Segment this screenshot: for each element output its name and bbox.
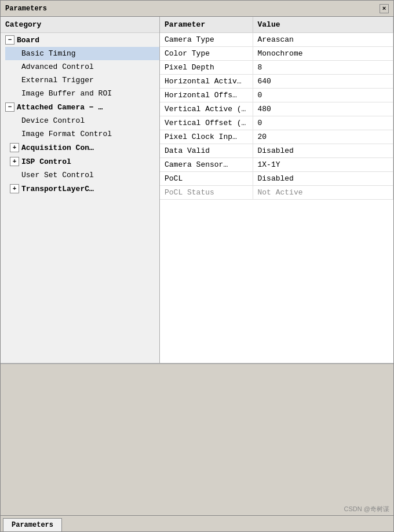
- tree-item-transport-layer[interactable]: +TransportLayerC…: [5, 182, 159, 196]
- value-cell: Areascan: [253, 33, 393, 47]
- param-cell: PoCL Status: [160, 186, 253, 200]
- param-cell: Horizontal Offs…: [160, 89, 253, 102]
- main-content: Category −BoardBasic TimingAdvanced Cont…: [1, 17, 393, 515]
- param-cell: Horizontal Activ…: [160, 75, 253, 89]
- value-cell: Not Active: [253, 186, 393, 200]
- tree-item-attached-camera[interactable]: −Attached Camera − …: [1, 100, 159, 114]
- param-cell: Vertical Active (…: [160, 102, 253, 116]
- table-row[interactable]: Pixel Clock Inp…20: [160, 130, 393, 144]
- param-cell: Data Valid: [160, 144, 253, 158]
- tree-item-board[interactable]: −Board: [1, 33, 159, 47]
- tree-item-acquisition-con[interactable]: +Acquisition Con…: [5, 141, 159, 155]
- param-cell: Pixel Clock Inp…: [160, 130, 253, 144]
- tree-item-label-device-control: Device Control: [21, 116, 85, 125]
- tree-expander-transport-layer[interactable]: +: [10, 184, 19, 193]
- param-cell: Camera Sensor…: [160, 158, 253, 172]
- tree-item-label-image-buffer-roi: Image Buffer and ROI: [21, 89, 112, 98]
- category-header: Category: [1, 17, 159, 33]
- table-row[interactable]: Camera TypeAreascan: [160, 33, 393, 47]
- parameter-table: Parameter Value Camera TypeAreascanColor…: [160, 17, 393, 200]
- tree-item-isp-control[interactable]: +ISP Control: [5, 155, 159, 168]
- tree-item-label-acquisition-con: Acquisition Con…: [21, 144, 94, 152]
- value-cell: 0: [253, 89, 393, 102]
- param-cell: Vertical Offset (…: [160, 116, 253, 130]
- tree-container: −BoardBasic TimingAdvanced ControlExtern…: [1, 33, 159, 196]
- table-row[interactable]: Camera Sensor…1X-1Y: [160, 158, 393, 172]
- window-title: Parameters: [5, 5, 47, 13]
- tree-item-user-set-control[interactable]: User Set Control: [5, 168, 159, 182]
- tab-parameters-tab[interactable]: Parameters: [3, 518, 62, 531]
- value-cell: 20: [253, 130, 393, 144]
- tree-item-image-buffer-roi[interactable]: Image Buffer and ROI: [5, 87, 159, 100]
- tab-bar: Parameters: [1, 515, 393, 531]
- category-panel: Category −BoardBasic TimingAdvanced Cont…: [1, 17, 160, 363]
- close-button[interactable]: ×: [380, 4, 389, 13]
- table-row[interactable]: Horizontal Offs…0: [160, 89, 393, 102]
- param-cell: Color Type: [160, 47, 253, 61]
- param-cell: Pixel Depth: [160, 61, 253, 75]
- value-cell: Disabled: [253, 144, 393, 158]
- tree-item-external-trigger[interactable]: External Trigger: [5, 74, 159, 87]
- table-row[interactable]: PoCLDisabled: [160, 172, 393, 186]
- tree-item-label-basic-timing: Basic Timing: [21, 49, 76, 58]
- table-row[interactable]: Vertical Offset (…0: [160, 116, 393, 130]
- tree-item-label-transport-layer: TransportLayerC…: [21, 185, 94, 193]
- value-cell: 8: [253, 61, 393, 75]
- value-cell: Monochrome: [253, 47, 393, 61]
- value-cell: 640: [253, 75, 393, 89]
- table-row[interactable]: Color TypeMonochrome: [160, 47, 393, 61]
- tab-container: Parameters: [3, 518, 63, 531]
- table-row[interactable]: Data ValidDisabled: [160, 144, 393, 158]
- watermark: CSDN @奇树谋: [344, 505, 389, 513]
- parameters-window: Parameters × Category −BoardBasic Timing…: [0, 0, 394, 532]
- tree-item-label-attached-camera: Attached Camera − …: [17, 103, 103, 112]
- table-row[interactable]: Horizontal Activ…640: [160, 75, 393, 89]
- tree-expander-attached-camera[interactable]: −: [5, 102, 14, 112]
- tree-expander-board[interactable]: −: [5, 35, 14, 45]
- tree-item-label-external-trigger: External Trigger: [21, 76, 94, 85]
- tree-item-advanced-control[interactable]: Advanced Control: [5, 60, 159, 74]
- param-cell: Camera Type: [160, 33, 253, 47]
- title-bar: Parameters ×: [1, 1, 393, 17]
- table-header-row: Parameter Value: [160, 17, 393, 33]
- table-row[interactable]: Vertical Active (…480: [160, 102, 393, 116]
- tree-item-label-advanced-control: Advanced Control: [21, 63, 94, 71]
- tree-item-label-isp-control: ISP Control: [21, 157, 71, 166]
- value-cell: 1X-1Y: [253, 158, 393, 172]
- param-cell: PoCL: [160, 172, 253, 186]
- tree-item-label-user-set-control: User Set Control: [21, 171, 94, 179]
- value-cell: 480: [253, 102, 393, 116]
- tree-item-label-image-format-control: Image Format Control: [21, 130, 112, 138]
- tree-item-image-format-control[interactable]: Image Format Control: [5, 127, 159, 141]
- panels-area: Category −BoardBasic TimingAdvanced Cont…: [1, 17, 393, 364]
- value-cell: 0: [253, 116, 393, 130]
- param-column-header: Parameter: [160, 17, 253, 33]
- value-cell: Disabled: [253, 172, 393, 186]
- parameter-panel: Parameter Value Camera TypeAreascanColor…: [160, 17, 393, 363]
- bottom-area: [1, 364, 393, 515]
- tree-expander-acquisition-con[interactable]: +: [10, 143, 19, 152]
- tree-item-basic-timing[interactable]: Basic Timing: [5, 47, 159, 60]
- table-row[interactable]: PoCL StatusNot Active: [160, 186, 393, 200]
- tree-expander-isp-control[interactable]: +: [10, 157, 19, 166]
- tree-item-device-control[interactable]: Device Control: [5, 114, 159, 127]
- table-row[interactable]: Pixel Depth8: [160, 61, 393, 75]
- value-column-header: Value: [253, 17, 393, 33]
- tree-item-label-board: Board: [17, 36, 39, 45]
- parameter-table-body: Camera TypeAreascanColor TypeMonochromeP…: [160, 33, 393, 200]
